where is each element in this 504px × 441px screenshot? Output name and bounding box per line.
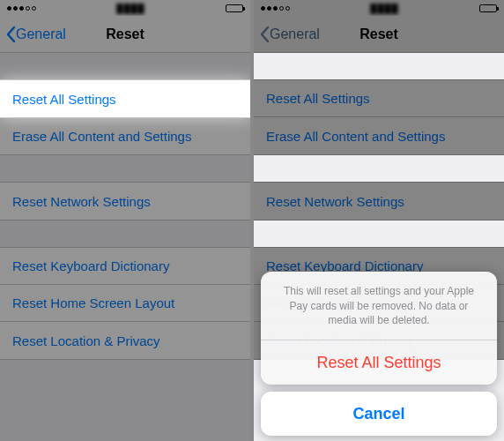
action-sheet-cancel-button[interactable]: Cancel [261,392,497,436]
phone-left: ████ General Reset Reset All Settings Er… [0,0,250,441]
cell-label: Erase All Content and Settings [266,129,445,144]
cancel-label: Cancel [352,405,404,423]
action-sheet-reset-button[interactable]: Reset All Settings [261,340,497,385]
carrier-blurred: ████ [370,4,398,13]
battery-icon [479,4,497,12]
status-bar: ████ [254,0,504,16]
cell-label: Reset Network Settings [266,194,404,209]
highlighted-cell-reset-all-settings[interactable]: Reset All Settings [0,79,250,118]
cell-erase-all-content: Erase All Content and Settings [254,117,504,154]
action-label: Reset All Settings [316,354,441,372]
signal-dots-icon [261,6,290,11]
nav-bar: General Reset [254,16,504,53]
cell-label: Reset All Settings [266,91,370,106]
action-sheet-card: This will reset all settings and your Ap… [261,272,497,385]
chevron-left-icon [259,26,270,43]
nav-back-button: General [254,26,320,43]
cell-label: Reset Keyboard Dictionary [266,258,423,273]
highlight-label: Reset All Settings [12,92,116,107]
phone-right: ████ General Reset Reset All Settings Er… [254,0,504,441]
cell-reset-all-settings: Reset All Settings [254,80,504,117]
nav-back-label: General [270,26,320,42]
action-sheet: This will reset all settings and your Ap… [261,272,497,436]
dim-overlay [0,0,250,441]
cell-reset-network: Reset Network Settings [254,183,504,220]
action-sheet-message: This will reset all settings and your Ap… [261,272,497,340]
